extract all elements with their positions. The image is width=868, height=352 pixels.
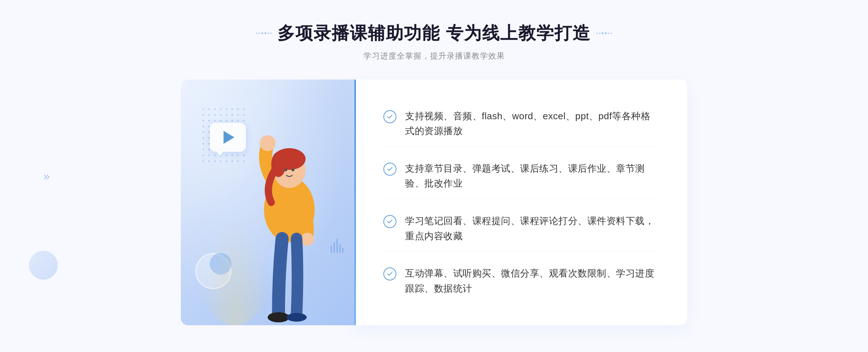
person-illustration [231, 123, 347, 325]
svg-point-2 [301, 233, 314, 246]
feature-text-2: 支持章节目录、弹题考试、课后练习、课后作业、章节测验、批改作业 [405, 161, 658, 191]
page-container: » 多项录播课辅助功能 专为线上教学打造 学习进度全掌握，提升录播课教学效 [0, 0, 868, 352]
svg-point-7 [268, 312, 289, 322]
check-icon-2 [383, 163, 396, 176]
deco-outer-circle [29, 251, 58, 280]
check-icon-3 [383, 215, 396, 228]
chevron-left-decoration: » [43, 169, 50, 183]
title-dots-left [256, 32, 272, 34]
header-title-row: 多项录播课辅助功能 专为线上教学打造 [256, 22, 612, 45]
svg-point-8 [286, 313, 307, 322]
main-title: 多项录播课辅助功能 专为线上教学打造 [277, 22, 590, 45]
check-icon-4 [383, 267, 396, 280]
feature-item-3: 学习笔记回看、课程提问、课程评论打分、课件资料下载，重点内容收藏 [383, 206, 658, 251]
feature-text-3: 学习笔记回看、课程提问、课程评论打分、课件资料下载，重点内容收藏 [405, 214, 658, 244]
feature-item-4: 互动弹幕、试听购买、微信分享、观看次数限制、学习进度跟踪、数据统计 [383, 259, 658, 303]
features-panel: 支持视频、音频、flash、word、excel、ppt、pdf等各种格式的资源… [354, 80, 687, 325]
check-icon-1 [383, 110, 396, 123]
content-area: 支持视频、音频、flash、word、excel、ppt、pdf等各种格式的资源… [181, 80, 687, 325]
header-section: 多项录播课辅助功能 专为线上教学打造 学习进度全掌握，提升录播课教学效果 [256, 22, 612, 61]
svg-point-10 [292, 168, 294, 171]
illustration-panel [181, 80, 354, 325]
title-dots-right [596, 32, 612, 34]
feature-text-1: 支持视频、音频、flash、word、excel、ppt、pdf等各种格式的资源… [405, 109, 658, 139]
feature-text-4: 互动弹幕、试听购买、微信分享、观看次数限制、学习进度跟踪、数据统计 [405, 266, 658, 296]
feature-item-1: 支持视频、音频、flash、word、excel、ppt、pdf等各种格式的资源… [383, 102, 658, 146]
feature-item-2: 支持章节目录、弹题考试、课后练习、课后作业、章节测验、批改作业 [383, 154, 658, 199]
svg-point-9 [284, 168, 287, 171]
subtitle: 学习进度全掌握，提升录播课教学效果 [256, 51, 612, 61]
svg-point-1 [260, 135, 276, 151]
